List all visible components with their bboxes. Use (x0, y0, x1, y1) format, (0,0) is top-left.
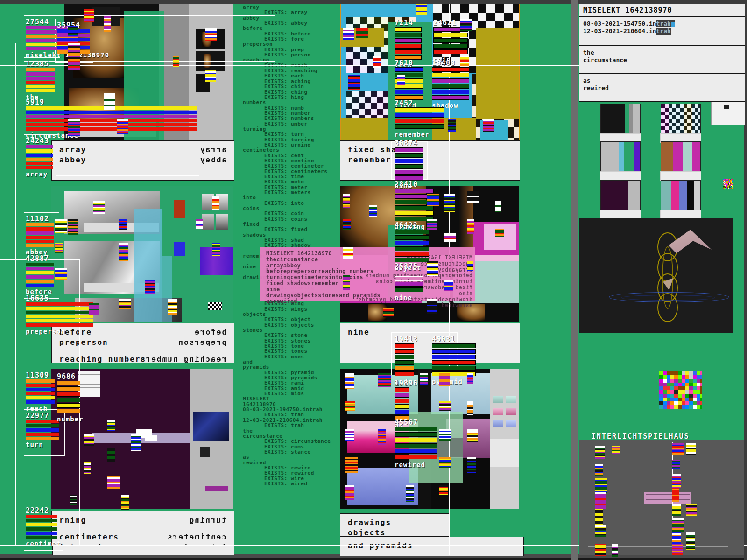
bar-cluster (467, 457, 476, 473)
exists-word: centimeters (243, 147, 338, 153)
bar-cluster (84, 9, 94, 22)
bar-segment (433, 38, 468, 43)
bar-cluster (68, 219, 78, 235)
bar-segment (395, 235, 429, 240)
bar-cluster (460, 56, 469, 66)
scrollbar-thumb[interactable] (724, 105, 729, 109)
collage-block (506, 420, 516, 427)
file-name: 08-03-2021-154750.in (583, 20, 656, 27)
interlicht-tooltip (644, 492, 691, 504)
collage-block (493, 408, 503, 415)
bar-segment (432, 349, 476, 354)
sidebar-section-rewired: asrewired (579, 74, 745, 101)
bar-segment (395, 27, 422, 32)
bar-segment (395, 211, 434, 216)
bar-cluster (495, 229, 504, 237)
bar-segment (395, 252, 429, 257)
bar-cluster (467, 261, 473, 271)
bar-cluster (595, 478, 607, 493)
bar-segment (395, 49, 422, 54)
file-item-1[interactable]: 08-03-2021-154750.intrah (583, 20, 741, 28)
bar-cluster (212, 196, 219, 210)
bar-cluster (595, 525, 606, 537)
bar-cluster (416, 4, 427, 15)
caption-text-mirrored: preperson (140, 337, 226, 348)
bar-cluster (427, 219, 437, 230)
bar-cluster (356, 28, 368, 38)
collage-block (174, 200, 185, 218)
caption-strip-c6b: and pyramids (340, 537, 524, 556)
scrollbar[interactable] (711, 102, 745, 125)
caption-text-mirrored: array (199, 145, 226, 155)
bar-cluster (343, 247, 353, 259)
bar-cluster (89, 303, 99, 315)
bar-cluster (68, 43, 80, 61)
file-item-2[interactable]: 12-03-2021-210604.intrah (583, 28, 741, 35)
stack-count: 9686 (57, 372, 122, 381)
section-word: rewired (583, 84, 741, 92)
thumbnail-caption (600, 210, 641, 219)
bar-cluster (439, 429, 451, 441)
file-list: 08-03-2021-154750.intrah12-03-2021-21060… (579, 17, 745, 46)
bar-cluster (672, 474, 681, 488)
bar-segment (395, 119, 444, 123)
divider-rail (571, 0, 578, 560)
panel-thumbnail-4[interactable] (661, 141, 701, 171)
collage-block (174, 242, 185, 256)
bar-cluster (93, 201, 105, 214)
panel-thumbnail-1[interactable] (600, 104, 641, 133)
bar-cluster (495, 201, 501, 212)
caption-strip-c6: drawingsobjectsstones (340, 513, 450, 537)
bar-segment (395, 241, 429, 245)
bar-cluster (672, 504, 681, 516)
bar-cluster (467, 401, 473, 415)
bar-cluster (205, 70, 216, 82)
panel-thumbnail-5[interactable] (600, 180, 641, 210)
selection-highlight: trah (656, 28, 671, 35)
caption-text-mirrored: centimeters (167, 532, 226, 542)
bar-segment (395, 153, 423, 158)
bar-cluster (119, 219, 127, 230)
collage-block (145, 435, 157, 441)
stack-count: 30874 (395, 139, 460, 147)
bar-cluster (117, 119, 128, 134)
bar-segment (432, 78, 469, 83)
pixel-noise-block (723, 179, 733, 189)
exists-entry: EXISTS: stone (243, 333, 338, 338)
stack-count: 7452 (395, 99, 460, 107)
text-cursor (671, 22, 675, 27)
bar-cluster (439, 485, 448, 495)
panel-thumbnail-6[interactable] (661, 180, 701, 210)
bar-cluster (345, 457, 358, 473)
bar-cluster (427, 299, 437, 314)
bar-segment (395, 164, 423, 169)
bar-segment (432, 90, 469, 94)
panel-thumbnail-3[interactable] (600, 141, 641, 171)
collage-block (484, 224, 516, 250)
bar-cluster (212, 243, 220, 256)
viewport-3d[interactable] (579, 218, 733, 333)
collage-block (490, 439, 519, 467)
bar-cluster (145, 280, 155, 294)
bar-segment (57, 38, 90, 41)
bar-segment (395, 38, 422, 43)
pixel-noise-block (659, 371, 702, 409)
bar-cluster (107, 448, 115, 462)
bar-segment (57, 403, 80, 408)
bar-cluster (84, 462, 91, 474)
exists-word-list: arrayEXISTS: arrayabbeyEXISTS: abbeybefo… (243, 5, 338, 486)
bar-segment (433, 44, 468, 49)
bar-cluster (55, 219, 67, 233)
collage-block (134, 209, 162, 322)
bar-cluster (448, 119, 456, 132)
panel-thumbnail-2[interactable] (661, 104, 701, 133)
bar-segment (395, 410, 409, 414)
bar-segment (433, 33, 468, 37)
bar-cluster (173, 56, 179, 67)
bar-cluster (467, 429, 478, 442)
section-word: the (583, 49, 741, 56)
thumbnail-caption (660, 171, 701, 181)
exists-entry: EXISTS: stance (243, 449, 338, 455)
exists-entry: EXISTS: object (243, 317, 338, 322)
group-box (24, 134, 58, 181)
